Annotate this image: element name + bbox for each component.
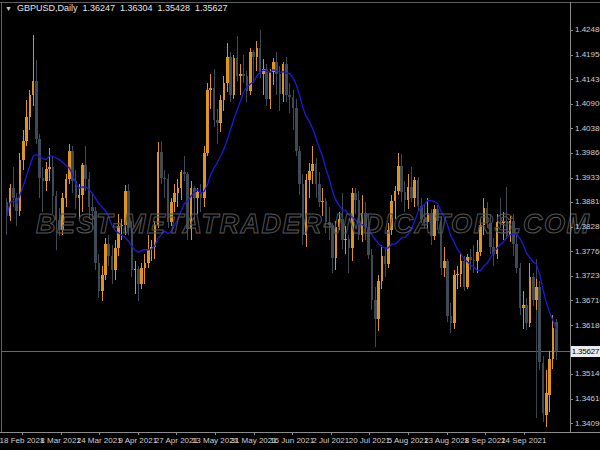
candle (42, 167, 45, 212)
candle-body (265, 69, 268, 99)
candle-body (12, 188, 15, 197)
candle (84, 146, 87, 191)
candle (256, 41, 259, 71)
candle (519, 263, 522, 315)
y-axis-tick (570, 178, 573, 179)
candle (288, 83, 291, 113)
x-axis-label: 8 Sep 2021 (465, 436, 506, 445)
candle (216, 109, 219, 144)
x-axis-label: 5 Aug 2021 (388, 436, 428, 445)
y-axis-label: 1.42480 (575, 25, 600, 34)
y-axis-label: 1.34610 (575, 394, 600, 403)
candle-body (35, 81, 38, 140)
candle-body (371, 255, 374, 300)
y-axis-label: 1.36710 (575, 296, 600, 305)
price-axis[interactable]: 1.35627 1.424801.419501.414301.409001.40… (570, 0, 600, 432)
candle (25, 100, 28, 146)
candle-body (295, 108, 298, 151)
candle (308, 163, 311, 198)
candle-body (381, 256, 384, 281)
candle (446, 259, 449, 322)
candle-body (315, 164, 318, 184)
candle (163, 170, 166, 198)
x-axis-tick (61, 432, 62, 435)
candle (242, 55, 245, 83)
candle-body (394, 191, 397, 202)
candle (410, 167, 413, 202)
candle-body (535, 287, 538, 300)
candle (233, 55, 236, 100)
candle (144, 254, 147, 284)
y-axis-tick (570, 423, 573, 424)
low-value: 1.35428 (158, 3, 191, 13)
y-axis-tick (570, 30, 573, 31)
candle (400, 154, 403, 202)
candle-body (450, 316, 453, 323)
candle-body (84, 165, 87, 179)
y-axis-label: 1.41950 (575, 50, 600, 59)
candle-body (397, 166, 400, 191)
candle (160, 141, 163, 183)
candle-body (318, 184, 321, 203)
candle-body (515, 244, 518, 268)
candle (262, 59, 265, 94)
chart-frame-left (1, 2, 2, 432)
candle-body (288, 95, 291, 97)
candle-body (321, 201, 324, 202)
candle-body (206, 90, 209, 153)
open-value: 1.36247 (82, 3, 115, 13)
candle (466, 254, 469, 289)
candle-body (446, 261, 449, 316)
candle-body (229, 57, 232, 94)
candle (65, 174, 68, 207)
y-axis-tick (570, 55, 573, 56)
candle-body (81, 165, 84, 195)
candle (150, 240, 153, 261)
candle (200, 184, 203, 212)
y-axis-label: 1.36180 (575, 321, 600, 330)
x-axis-tick (331, 432, 332, 435)
candle (348, 235, 351, 272)
candle-body (104, 244, 107, 275)
high-value: 1.36304 (120, 3, 153, 13)
y-axis-tick (570, 374, 573, 375)
candle (252, 50, 255, 83)
y-axis-tick (570, 399, 573, 400)
candle (381, 245, 384, 290)
chart-window[interactable]: BEST-METATRADER-INDICATORS.COM ▼ GBPUSD,… (0, 0, 600, 450)
candle (456, 266, 459, 289)
candle (545, 370, 548, 427)
y-axis-label: 1.37230 (575, 271, 600, 280)
candle-body (542, 363, 545, 414)
candle (239, 64, 242, 94)
candle (542, 356, 545, 423)
y-axis-label: 1.38280 (575, 222, 600, 231)
candle-body (469, 257, 472, 260)
candle (134, 261, 137, 294)
candle (22, 130, 25, 170)
candle (279, 66, 282, 111)
candle-body (213, 88, 216, 121)
candle (548, 351, 551, 412)
candle (52, 157, 55, 214)
candle-body (107, 244, 110, 257)
candle-body (259, 48, 262, 74)
time-axis[interactable]: 18 Feb 20218 Mar 202124 Mar 20219 Apr 20… (0, 432, 600, 450)
y-axis-label: 1.40380 (575, 124, 600, 133)
candle (315, 158, 318, 198)
candle-body (377, 281, 380, 318)
y-axis-tick (570, 79, 573, 80)
x-axis-tick (215, 432, 216, 435)
candle-body (456, 274, 459, 275)
chart-window-icon[interactable]: ▼ (5, 4, 12, 13)
candle-body (285, 64, 288, 94)
candle-body (137, 269, 140, 284)
candle-body (173, 193, 176, 202)
candle (397, 153, 400, 195)
x-axis-tick (292, 432, 293, 435)
chart-canvas[interactable]: BEST-METATRADER-INDICATORS.COM (0, 0, 600, 450)
candle (101, 266, 104, 301)
candle-body (522, 305, 525, 307)
y-axis-tick (570, 325, 573, 326)
candle-body (308, 171, 311, 180)
